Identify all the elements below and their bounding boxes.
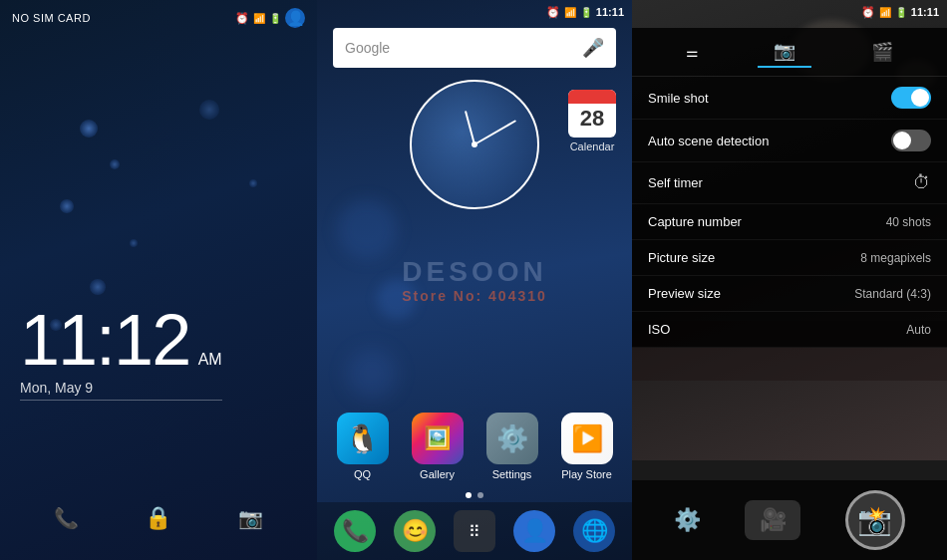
- home-status-bar: ⏰ 📶 🔋 11:11: [317, 0, 632, 24]
- calendar-header: [568, 90, 616, 104]
- capture-number-value: 40 shots: [886, 215, 931, 229]
- dock-phone[interactable]: 📞: [334, 510, 376, 552]
- iso-value: Auto: [906, 323, 931, 337]
- home-dock: 📞 😊 ⠿ 👤 🌐: [317, 502, 632, 560]
- dock-messages[interactable]: 😊: [394, 510, 436, 552]
- watermark: DESOON Store No: 404310: [402, 256, 547, 304]
- avatar-icon: 👤: [285, 8, 305, 28]
- watermark-brand: DESOON: [402, 256, 547, 288]
- shutter-icon: 📸: [857, 504, 892, 537]
- watermark-store: Store No: 404310: [402, 288, 547, 304]
- playstore-icon: ▶️: [561, 413, 613, 464]
- dot-2: [477, 492, 483, 498]
- app-qq[interactable]: 🐧 QQ: [337, 413, 389, 480]
- lock-sim-text: NO SIM CARD: [12, 12, 91, 24]
- calendar-label: Calendar: [568, 140, 616, 152]
- signal-icon: 📶: [253, 13, 265, 24]
- lock-time-section: 11:12 AM Mon, May 9: [20, 304, 222, 401]
- home-search-bar[interactable]: Google 🎤: [333, 28, 616, 68]
- search-label: Google: [345, 40, 390, 56]
- lock-time-display: 11:12 AM: [20, 304, 222, 376]
- lock-phone-icon[interactable]: 📞: [44, 496, 88, 540]
- home-app-grid: 🐧 QQ 🖼️ Gallery ⚙️ Settings ▶️ Play Stor…: [317, 413, 632, 480]
- camera-signal-icon: 📶: [879, 7, 891, 18]
- camera-gear-icon[interactable]: ⚙️: [674, 507, 701, 533]
- dock-app-drawer[interactable]: ⠿: [454, 510, 495, 552]
- gallery-label: Gallery: [420, 468, 455, 480]
- clock-center-dot: [472, 141, 477, 147]
- settings-tab-row: ⚌ 📷 🎬: [632, 28, 947, 77]
- mic-icon[interactable]: 🎤: [582, 37, 604, 59]
- qq-label: QQ: [354, 468, 371, 480]
- settings-row-smile: Smile shot: [632, 77, 947, 120]
- settings-label: Settings: [492, 468, 532, 480]
- home-signal-icon: 📶: [564, 7, 576, 18]
- home-time: 11:11: [596, 6, 624, 18]
- clock-face: [410, 80, 539, 209]
- tab-photo[interactable]: 📷: [758, 36, 811, 68]
- smile-shot-toggle[interactable]: [891, 87, 931, 109]
- app-gallery[interactable]: 🖼️ Gallery: [412, 413, 464, 480]
- video-icon: 🎥: [760, 507, 787, 533]
- toggle-thumb-on: [911, 89, 929, 107]
- auto-scene-label: Auto scene detection: [648, 134, 769, 148]
- lock-ampm: AM: [198, 351, 222, 368]
- timer-icon: ⏱: [913, 172, 931, 193]
- home-clock-widget: [410, 80, 539, 209]
- calendar-icon-box: 28: [568, 90, 616, 138]
- picture-size-label: Picture size: [648, 250, 715, 265]
- home-screen: ⏰ 📶 🔋 11:11 Google 🎤 28 Calendar DESOON …: [317, 0, 632, 560]
- camera-time: 11:11: [911, 6, 939, 18]
- smile-shot-label: Smile shot: [648, 91, 709, 106]
- home-page-dots: [317, 492, 632, 498]
- alarm-icon: ⏰: [235, 12, 249, 25]
- dot-1: [466, 492, 472, 498]
- lock-time-value: 11:12: [20, 300, 189, 380]
- camera-status-bar: ⏰ 📶 🔋 11:11: [632, 0, 947, 24]
- dock-browser[interactable]: 🌐: [573, 510, 615, 552]
- video-record-button[interactable]: 🎥: [745, 500, 800, 540]
- lock-unlock-icon[interactable]: 🔒: [137, 496, 180, 540]
- settings-row-auto-scene: Auto scene detection: [632, 120, 947, 162]
- lock-icon: 🔒: [145, 505, 171, 531]
- lock-date: Mon, May 9: [20, 380, 222, 401]
- playstore-label: Play Store: [561, 468, 612, 480]
- settings-row-self-timer[interactable]: Self timer ⏱: [632, 162, 947, 204]
- self-timer-label: Self timer: [648, 175, 703, 190]
- clock-min-hand: [474, 120, 517, 145]
- picture-size-value: 8 megapixels: [860, 251, 931, 265]
- tab-video[interactable]: 🎬: [855, 37, 909, 67]
- settings-row-capture-number[interactable]: Capture number 40 shots: [632, 204, 947, 240]
- camera-bottom-bar: ⚙️ 🎥 📸: [632, 480, 947, 560]
- shutter-button[interactable]: 📸: [845, 490, 905, 550]
- lock-camera-icon[interactable]: 📷: [229, 496, 273, 540]
- camera-icon: 📷: [238, 506, 263, 530]
- lock-screen: NO SIM CARD ⏰ 📶 🔋 👤 11:12 AM Mon, May 9 …: [0, 0, 317, 560]
- phone-icon: 📞: [54, 506, 79, 530]
- camera-screen: ⏰ 📶 🔋 11:11 ⚌ 📷 🎬 Smile shot Auto scene …: [632, 0, 947, 560]
- settings-icon: ⚙️: [486, 413, 538, 464]
- settings-row-preview-size[interactable]: Preview size Standard (4:3): [632, 276, 947, 312]
- tab-adjust[interactable]: ⚌: [670, 40, 715, 64]
- clock-hour-hand: [465, 111, 475, 144]
- lock-status-bar: NO SIM CARD ⏰ 📶 🔋 👤: [0, 8, 317, 28]
- preview-size-label: Preview size: [648, 286, 721, 301]
- lock-bottom-bar: 📞 🔒 📷: [0, 496, 317, 540]
- dock-contacts[interactable]: 👤: [513, 510, 555, 552]
- auto-scene-toggle[interactable]: [891, 130, 931, 151]
- settings-row-iso[interactable]: ISO Auto: [632, 312, 947, 348]
- app-playstore[interactable]: ▶️ Play Store: [561, 413, 613, 480]
- camera-alarm-icon: ⏰: [861, 6, 875, 19]
- calendar-date: 28: [580, 104, 604, 132]
- iso-label: ISO: [648, 322, 670, 337]
- app-settings[interactable]: ⚙️ Settings: [486, 413, 538, 480]
- preview-size-value: Standard (4:3): [854, 287, 931, 301]
- qq-icon: 🐧: [337, 413, 389, 464]
- toggle-thumb-off: [893, 132, 911, 149]
- home-battery-icon: 🔋: [580, 7, 592, 18]
- home-alarm-icon: ⏰: [546, 6, 560, 19]
- settings-row-picture-size[interactable]: Picture size 8 megapixels: [632, 240, 947, 276]
- lock-status-icons: ⏰ 📶 🔋 👤: [235, 8, 305, 28]
- calendar-widget[interactable]: 28 Calendar: [568, 90, 616, 152]
- capture-number-label: Capture number: [648, 214, 742, 229]
